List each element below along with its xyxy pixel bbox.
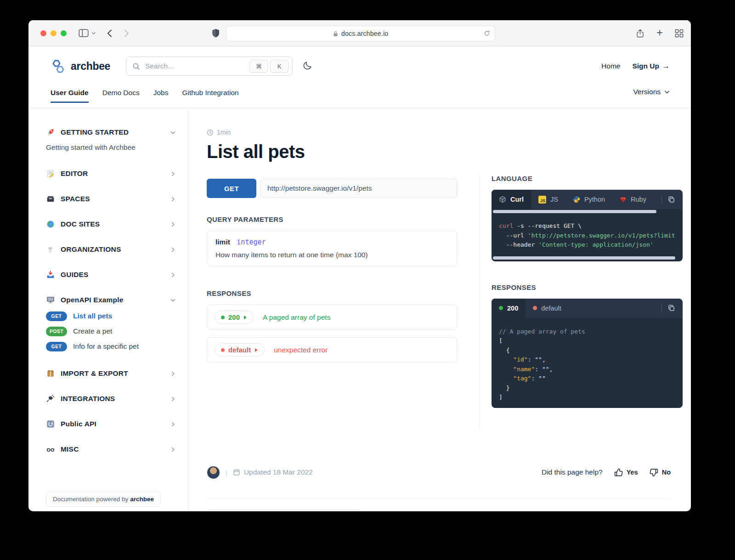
chevron-down-icon xyxy=(664,90,670,94)
sidebar-item-editor[interactable]: EDITOR xyxy=(46,168,176,179)
tab-js[interactable]: JS JS xyxy=(531,190,565,209)
language-heading: LANGUAGE xyxy=(492,175,683,182)
get-method-button[interactable]: GET xyxy=(207,179,256,198)
tab-separator xyxy=(662,304,662,312)
page-footer: | Updated 18 Mar 2022 Did this page help… xyxy=(207,466,671,479)
powered-by-badge[interactable]: Documentation powered by archbee xyxy=(46,492,161,507)
inbox-tray-icon xyxy=(46,271,55,279)
sidebar-item-organizations[interactable]: ORGANIZATIONS xyxy=(46,244,176,255)
back-icon[interactable] xyxy=(107,29,112,37)
copy-icon[interactable] xyxy=(667,304,675,312)
ruby-icon xyxy=(620,196,627,203)
tab-overview-icon[interactable] xyxy=(675,29,684,38)
sidebar-item-import-export[interactable]: IMPORT & EXPORT xyxy=(46,368,176,379)
response-pill-200[interactable]: 200 xyxy=(215,311,254,324)
share-icon[interactable] xyxy=(636,28,645,38)
home-link[interactable]: Home xyxy=(601,62,620,70)
sidebar-toggle-icon[interactable] xyxy=(79,29,89,37)
close-button[interactable] xyxy=(40,30,46,36)
tab-python[interactable]: Python xyxy=(565,190,612,209)
calendar-icon xyxy=(233,469,240,476)
search-input[interactable] xyxy=(144,62,247,71)
response-pill-default[interactable]: default xyxy=(215,343,265,356)
chevron-down-icon xyxy=(170,130,176,136)
sidebar-item-public-api[interactable]: Public API xyxy=(46,419,176,430)
response-card-default: default unexpected error xyxy=(207,337,457,362)
chevron-right-icon xyxy=(170,447,176,453)
globe-icon xyxy=(46,220,55,229)
status-dot xyxy=(533,306,537,310)
sidebar-item-info-specific-pet[interactable]: GET Info for a specific pet xyxy=(46,340,176,352)
query-parameters-heading: QUERY PARAMETERS xyxy=(207,215,457,223)
plug-icon xyxy=(46,395,55,403)
sidebar-item-misc[interactable]: MISC xyxy=(46,444,176,455)
sidebar-item-spaces[interactable]: SPACES xyxy=(46,193,176,204)
sidebar-label: GETTING STARTED xyxy=(61,128,129,136)
tab-demo-docs[interactable]: Demo Docs xyxy=(102,88,140,103)
panel-responses-heading: RESPONSES xyxy=(492,283,683,291)
shield-icon[interactable] xyxy=(211,28,220,38)
kbd-k: K xyxy=(270,60,288,73)
horizontal-scrollbar[interactable] xyxy=(492,209,683,214)
signup-link[interactable]: Sign Up → xyxy=(632,62,670,71)
card-box-icon xyxy=(46,195,55,204)
horizontal-scrollbar[interactable] xyxy=(492,255,683,261)
new-tab-icon[interactable]: + xyxy=(656,27,663,38)
chevron-right-icon xyxy=(170,371,176,377)
up-next-card[interactable]: UP NEXT Create a pet xyxy=(207,509,361,512)
public-api-icon xyxy=(46,420,55,429)
sidebar-endpoint-label: Create a pet xyxy=(73,327,112,335)
sidebar-item-integrations[interactable]: INTEGRATIONS xyxy=(46,393,176,404)
tab-user-guide[interactable]: User Guide xyxy=(51,88,89,103)
tab-github-integration[interactable]: Github Integration xyxy=(182,88,238,103)
param-type: integer xyxy=(237,238,266,246)
sidebar-item-getting-started[interactable]: GETTING STARTED xyxy=(46,127,176,138)
search-box[interactable]: ⌘ K xyxy=(126,57,293,76)
archbee-logo[interactable]: archbee xyxy=(51,59,110,74)
play-icon xyxy=(254,348,258,352)
refresh-icon[interactable] xyxy=(484,30,490,37)
vote-no-button[interactable]: No xyxy=(649,468,671,477)
tab-label: 200 xyxy=(507,305,518,312)
chevron-right-icon xyxy=(170,221,176,227)
versions-dropdown[interactable]: Versions xyxy=(633,88,670,96)
sidebar-label: SPACES xyxy=(61,195,90,203)
tab-label: Curl xyxy=(510,196,524,203)
tab-response-default[interactable]: default xyxy=(526,299,569,318)
chevron-right-icon xyxy=(170,171,176,177)
package-icon xyxy=(46,369,55,378)
read-time: 1min xyxy=(207,129,457,136)
tab-response-200[interactable]: 200 xyxy=(492,299,526,318)
endpoint-bar: GET xyxy=(207,179,457,198)
chevron-right-icon xyxy=(170,247,176,253)
js-icon: JS xyxy=(538,196,546,204)
chevron-down-icon[interactable] xyxy=(91,31,96,35)
method-badge-get: GET xyxy=(46,311,67,321)
sidebar-item-create-a-pet[interactable]: POST Create a pet xyxy=(46,325,176,337)
author-avatar[interactable] xyxy=(207,466,220,479)
tab-label: JS xyxy=(550,196,558,203)
status-dot xyxy=(221,348,225,352)
sidebar-item-getting-started-child[interactable]: Getting started with Archbee xyxy=(46,143,176,152)
forward-icon[interactable] xyxy=(124,29,129,37)
tab-jobs[interactable]: Jobs xyxy=(153,88,169,103)
sidebar-label: OpenAPI Example xyxy=(61,296,124,304)
moon-icon[interactable] xyxy=(303,61,312,72)
sidebar-label: EDITOR xyxy=(61,170,88,178)
sidebar-item-openapi-example[interactable]: OpenAPI Example xyxy=(46,294,176,305)
endpoint-url-input[interactable] xyxy=(260,179,457,198)
sidebar-item-list-all-pets[interactable]: GET List all pets xyxy=(46,310,176,322)
chevron-right-icon xyxy=(170,421,176,427)
tab-ruby[interactable]: Ruby xyxy=(612,190,654,209)
rocket-icon xyxy=(46,128,55,137)
minimize-button[interactable] xyxy=(51,30,57,36)
yes-label: Yes xyxy=(627,469,638,476)
address-bar[interactable]: docs.archbee.io xyxy=(226,26,495,41)
traffic-lights xyxy=(40,30,67,36)
sidebar-item-guides[interactable]: GUIDES xyxy=(46,269,176,280)
copy-icon[interactable] xyxy=(667,196,675,204)
zoom-button[interactable] xyxy=(61,30,67,36)
tab-curl[interactable]: Curl xyxy=(492,190,531,209)
sidebar-item-doc-sites[interactable]: DOC SITES xyxy=(46,219,176,230)
vote-yes-button[interactable]: Yes xyxy=(614,468,638,477)
